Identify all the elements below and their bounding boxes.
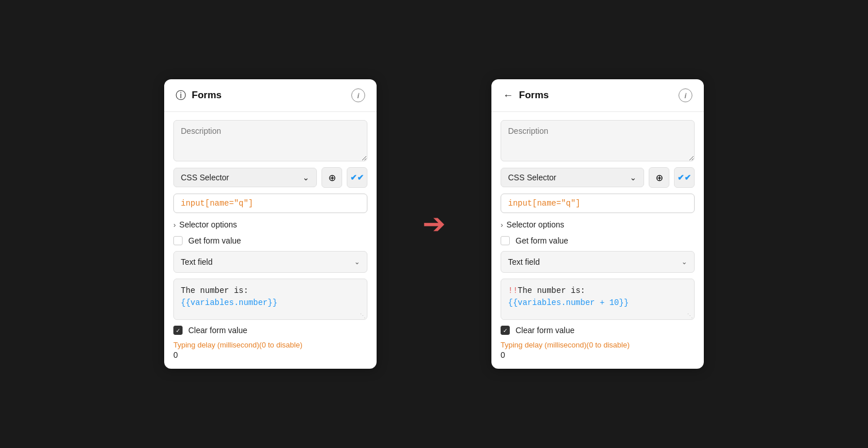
- left-clear-form-value-label: Clear form value: [188, 326, 247, 335]
- left-text-field-dropdown[interactable]: Text field ⌄: [173, 251, 367, 273]
- main-container: ⓘ Forms i CSS Selector ⌄ ⊕ ✔✔: [153, 68, 715, 380]
- right-resize-handle-icon: ⋱: [687, 312, 693, 318]
- left-panel-header: ⓘ Forms i: [164, 79, 377, 112]
- left-delay-value: 0: [173, 349, 367, 361]
- left-text-field-label: Text field: [181, 257, 212, 267]
- left-typing-delay-section: Typing delay (millisecond)(0 to disable)…: [173, 341, 367, 361]
- left-description-textarea[interactable]: [173, 120, 367, 161]
- right-info-button[interactable]: i: [679, 88, 692, 102]
- right-panel-body: CSS Selector ⌄ ⊕ ✔✔ input[name="q"] › Se…: [491, 112, 704, 369]
- right-check-button[interactable]: ✔✔: [674, 167, 695, 188]
- right-selector-row: CSS Selector ⌄ ⊕ ✔✔: [501, 167, 695, 188]
- left-header-left: ⓘ Forms: [176, 88, 222, 102]
- left-chevron-down-icon: ⌄: [303, 173, 309, 182]
- right-crosshair-icon: ⊕: [656, 172, 663, 183]
- arrow-container: ➔: [411, 210, 457, 238]
- left-double-check-icon: ✔✔: [350, 173, 364, 182]
- right-typing-delay-label: Typing delay (millisecond)(0 to disable): [501, 341, 695, 349]
- left-selector-input[interactable]: input[name="q"]: [173, 194, 367, 213]
- right-get-form-value-row: Get form value: [501, 236, 695, 245]
- right-get-form-value-label: Get form value: [516, 236, 568, 245]
- left-css-selector-label: CSS Selector: [181, 173, 229, 182]
- right-panel-title: Forms: [519, 90, 549, 101]
- left-value-textarea[interactable]: The number is:{{variables.number}}: [173, 279, 367, 320]
- left-selector-options-chevron-icon: ›: [173, 221, 176, 229]
- left-panel: ⓘ Forms i CSS Selector ⌄ ⊕ ✔✔: [164, 79, 377, 369]
- left-resize-handle-icon: ⋱: [360, 312, 366, 318]
- right-panel-header: ← Forms i: [491, 79, 704, 112]
- left-clear-form-value-checkbox[interactable]: ✓: [173, 326, 183, 335]
- right-text-field-dropdown[interactable]: Text field ⌄: [501, 251, 695, 273]
- left-selector-row: CSS Selector ⌄ ⊕ ✔✔: [173, 167, 367, 188]
- left-check-button[interactable]: ✔✔: [347, 167, 367, 188]
- right-selector-options-label: Selector options: [506, 220, 564, 229]
- right-get-form-value-checkbox[interactable]: [501, 236, 510, 245]
- right-panel: ← Forms i CSS Selector ⌄ ⊕ ✔✔: [491, 79, 704, 369]
- right-value-wrapper: !!The number is:{{variables.number + 10}…: [501, 279, 695, 320]
- left-selector-options-label: Selector options: [179, 220, 237, 229]
- right-text-field-label: Text field: [508, 257, 540, 267]
- left-css-selector-dropdown[interactable]: CSS Selector ⌄: [173, 168, 317, 187]
- right-selector-options-chevron-icon: ›: [501, 221, 503, 229]
- left-panel-title: Forms: [192, 90, 222, 101]
- left-crosshair-button[interactable]: ⊕: [321, 167, 342, 188]
- right-back-button[interactable]: ←: [503, 90, 513, 102]
- right-header-left: ← Forms: [503, 90, 549, 102]
- left-typing-delay-label: Typing delay (millisecond)(0 to disable): [173, 341, 367, 349]
- left-back-button[interactable]: ⓘ: [176, 88, 186, 102]
- right-css-selector-label: CSS Selector: [508, 173, 556, 182]
- left-value-wrapper: The number is:{{variables.number}} ⋱: [173, 279, 367, 320]
- right-text-field-chevron-icon: ⌄: [681, 258, 687, 266]
- direction-arrow-icon: ➔: [423, 210, 445, 238]
- right-value-textarea[interactable]: !!The number is:{{variables.number + 10}…: [501, 279, 695, 320]
- left-get-form-value-label: Get form value: [188, 236, 241, 245]
- right-clear-form-value-checkbox[interactable]: ✓: [501, 326, 510, 335]
- right-css-selector-dropdown[interactable]: CSS Selector ⌄: [501, 168, 644, 187]
- left-crosshair-icon: ⊕: [328, 172, 336, 183]
- right-chevron-down-icon: ⌄: [630, 173, 637, 182]
- left-value-text: The number is:{{variables.number}}: [181, 286, 277, 307]
- left-text-field-chevron-icon: ⌄: [354, 258, 360, 266]
- right-clear-form-value-row: ✓ Clear form value: [501, 326, 695, 335]
- right-crosshair-button[interactable]: ⊕: [649, 167, 669, 188]
- left-info-button[interactable]: i: [351, 88, 365, 102]
- right-description-textarea[interactable]: [501, 120, 695, 161]
- right-delay-value: 0: [501, 349, 695, 361]
- right-clear-form-value-label: Clear form value: [516, 326, 575, 335]
- right-value-text: !!The number is:{{variables.number + 10}…: [508, 286, 629, 307]
- left-selector-options-row[interactable]: › Selector options: [173, 219, 367, 230]
- right-typing-delay-section: Typing delay (millisecond)(0 to disable)…: [501, 341, 695, 361]
- left-get-form-value-row: Get form value: [173, 236, 367, 245]
- left-panel-body: CSS Selector ⌄ ⊕ ✔✔ input[name="q"] › Se…: [164, 112, 377, 369]
- left-clear-form-value-row: ✓ Clear form value: [173, 326, 367, 335]
- right-selector-input[interactable]: input[name="q"]: [501, 194, 695, 213]
- left-get-form-value-checkbox[interactable]: [173, 236, 183, 245]
- right-selector-options-row[interactable]: › Selector options: [501, 219, 695, 230]
- right-double-check-icon: ✔✔: [677, 173, 691, 182]
